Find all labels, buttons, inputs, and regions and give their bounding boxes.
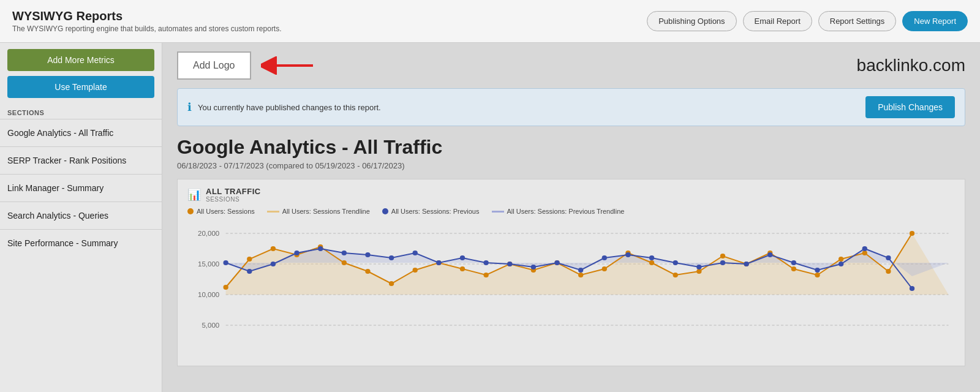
sidebar: Add More Metrics Use Template SECTIONS G… — [0, 43, 162, 392]
chart-subtitle: SESSIONS — [206, 196, 261, 203]
legend-sessions-previous-trendline-label: All Users: Sessions: Previous Trendline — [507, 208, 625, 215]
svg-point-47 — [365, 252, 370, 257]
svg-point-64 — [767, 252, 772, 257]
info-icon: ℹ — [187, 100, 192, 114]
add-logo-label: Add Logo — [193, 60, 235, 71]
svg-point-57 — [602, 255, 607, 260]
report-settings-button[interactable]: Report Settings — [818, 11, 897, 31]
svg-point-18 — [389, 281, 394, 286]
svg-point-13 — [271, 246, 276, 251]
add-more-metrics-button[interactable]: Add More Metrics — [7, 49, 154, 71]
chart-legend: All Users: Sessions All Users: Sessions … — [187, 208, 955, 215]
new-report-button[interactable]: New Report — [902, 11, 968, 31]
publishing-options-button[interactable]: Publishing Options — [647, 11, 736, 31]
chart-title: ALL TRAFFIC — [206, 187, 261, 196]
report-title: Google Analytics - All Traffic — [177, 136, 965, 159]
svg-point-52 — [483, 260, 488, 265]
legend-sessions-trendline: All Users: Sessions Trendline — [267, 208, 370, 215]
legend-sessions-previous: All Users: Sessions: Previous — [382, 208, 480, 215]
main-layout: Add More Metrics Use Template SECTIONS G… — [0, 43, 980, 392]
svg-point-17 — [365, 269, 370, 274]
publish-bar: ℹ You currently have published changes t… — [177, 88, 965, 126]
svg-point-65 — [791, 260, 796, 265]
svg-point-32 — [720, 254, 725, 258]
chart-header: 📊 ALL TRAFFIC SESSIONS — [187, 187, 955, 203]
svg-point-37 — [839, 257, 843, 262]
chart-svg-area: 20,000 15,000 10,000 5,000 — [187, 221, 955, 358]
publish-info: ℹ You currently have published changes t… — [187, 100, 381, 114]
app-title: WYSIWYG Reports — [12, 9, 282, 23]
svg-point-48 — [389, 255, 394, 260]
report-section: Google Analytics - All Traffic 06/18/202… — [162, 136, 980, 376]
legend-sessions-label: All Users: Sessions — [197, 208, 255, 215]
date-range: 06/18/2023 - 07/17/2023 — [177, 161, 264, 170]
svg-text:20,000: 20,000 — [198, 230, 219, 237]
svg-point-42 — [247, 269, 252, 274]
arrow-icon — [261, 56, 316, 75]
legend-sessions-trendline-label: All Users: Sessions Trendline — [282, 208, 370, 215]
header-actions: Publishing Options Email Report Report S… — [647, 11, 968, 31]
svg-point-70 — [910, 286, 914, 291]
sections-label: SECTIONS — [0, 104, 162, 119]
sidebar-item-google-analytics[interactable]: Google Analytics - All Traffic — [0, 119, 162, 146]
chart-container: 📊 ALL TRAFFIC SESSIONS All Users: Sessio… — [177, 179, 965, 366]
svg-point-49 — [413, 251, 418, 255]
email-report-button[interactable]: Email Report — [743, 11, 812, 31]
svg-point-66 — [815, 268, 820, 273]
app-header: WYSIWYG Reports The WYSIWYG reporting en… — [0, 0, 980, 43]
svg-point-38 — [862, 251, 867, 255]
svg-point-36 — [815, 273, 820, 277]
date-comparison: (compared to 05/19/2023 - 06/17/2023) — [266, 161, 404, 170]
sidebar-top-actions: Add More Metrics Use Template — [0, 43, 162, 104]
svg-point-58 — [625, 252, 630, 257]
svg-point-68 — [862, 246, 867, 251]
svg-point-35 — [791, 266, 796, 271]
svg-point-11 — [223, 285, 228, 290]
svg-text:10,000: 10,000 — [198, 291, 219, 298]
add-logo-button[interactable]: Add Logo — [177, 51, 251, 80]
sidebar-item-site-performance[interactable]: Site Performance - Summary — [0, 229, 162, 257]
legend-sessions: All Users: Sessions — [187, 208, 255, 215]
sidebar-item-link-manager[interactable]: Link Manager - Summary — [0, 174, 162, 202]
publish-message: You currently have published changes to … — [198, 103, 381, 112]
svg-point-46 — [342, 251, 347, 255]
svg-point-21 — [460, 266, 465, 271]
svg-point-30 — [673, 273, 678, 277]
svg-point-50 — [436, 260, 441, 265]
svg-point-54 — [531, 265, 536, 270]
svg-point-16 — [342, 260, 347, 265]
svg-point-22 — [483, 273, 488, 277]
report-date: 06/18/2023 - 07/17/2023 (compared to 05/… — [177, 161, 965, 170]
svg-point-53 — [507, 262, 512, 266]
logo-bar: Add Logo backlinko.com — [162, 43, 980, 88]
svg-point-43 — [271, 262, 276, 266]
svg-point-63 — [744, 262, 748, 266]
svg-point-62 — [720, 260, 725, 265]
chart-bar-icon: 📊 — [187, 188, 201, 202]
header-branding: WYSIWYG Reports The WYSIWYG reporting en… — [12, 9, 282, 33]
legend-sessions-previous-label: All Users: Sessions: Previous — [391, 208, 480, 215]
svg-point-40 — [910, 231, 914, 236]
svg-point-19 — [413, 268, 418, 273]
sidebar-item-search-analytics[interactable]: Search Analytics - Queries — [0, 202, 162, 229]
main-content: Add Logo backlinko.com ℹ You currently — [162, 43, 980, 392]
svg-point-67 — [839, 262, 843, 266]
svg-point-45 — [318, 246, 323, 251]
chart-svg: 20,000 15,000 10,000 5,000 — [187, 221, 955, 356]
svg-point-56 — [578, 268, 583, 273]
publish-changes-button[interactable]: Publish Changes — [865, 96, 955, 118]
svg-text:5,000: 5,000 — [202, 322, 219, 329]
svg-point-31 — [696, 269, 701, 274]
svg-point-27 — [602, 266, 607, 271]
use-template-button[interactable]: Use Template — [7, 76, 154, 98]
svg-point-39 — [886, 269, 891, 274]
svg-text:15,000: 15,000 — [198, 260, 219, 268]
svg-point-44 — [294, 251, 299, 255]
svg-point-51 — [460, 255, 465, 260]
svg-point-12 — [247, 257, 252, 262]
svg-point-60 — [673, 260, 678, 265]
sidebar-item-serp-tracker[interactable]: SERP Tracker - Rank Positions — [0, 146, 162, 174]
svg-point-29 — [649, 260, 654, 265]
svg-point-61 — [696, 265, 701, 270]
svg-point-69 — [886, 255, 891, 260]
